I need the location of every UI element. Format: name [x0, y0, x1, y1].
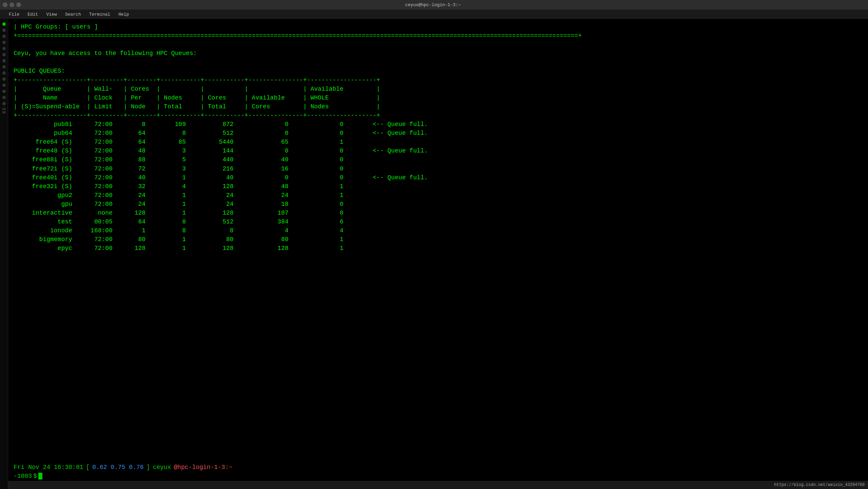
sidebar-icon-4[interactable] — [2, 47, 6, 50]
main-area: 1630 | HPC Groups: [ users ] +==========… — [0, 19, 868, 489]
load-close-bracket: ] — [146, 464, 150, 471]
sidebar-icon-0[interactable] — [2, 22, 6, 26]
window-controls[interactable] — [3, 2, 21, 7]
terminal-output: | HPC Groups: [ users ] +===============… — [8, 19, 868, 463]
prompt-symbol: $ — [33, 473, 37, 479]
terminal-text: | HPC Groups: [ users ] +===============… — [14, 22, 863, 253]
menu-edit[interactable]: Edit — [24, 11, 41, 18]
statusbar-url: https://blog.csdn.net/weixin_43294760 — [774, 483, 865, 487]
datetime-display: Fri Nov 24 16:30:01 — [14, 464, 83, 471]
status-bar: https://blog.csdn.net/weixin_43294760 — [8, 481, 868, 489]
sidebar-icon-12[interactable] — [2, 96, 6, 99]
menu-search[interactable]: Search — [62, 11, 84, 18]
menu-bar: File Edit View Search Terminal Help — [0, 10, 868, 19]
sidebar-icon-13[interactable] — [2, 102, 6, 105]
window-title: ceyux@hpc-login-1-3:~ — [21, 2, 845, 7]
terminal-window: ceyux@hpc-login-1-3:~ File Edit View Sea… — [0, 0, 868, 489]
menu-file[interactable]: File — [5, 11, 23, 18]
sidebar-icon-6[interactable] — [2, 59, 6, 62]
close-button[interactable] — [3, 2, 7, 7]
sidebar-icon-8[interactable] — [2, 71, 6, 75]
sidebar-icon-3[interactable] — [2, 41, 6, 44]
sidebar-icon-2[interactable] — [2, 35, 6, 38]
cursor-block[interactable] — [38, 473, 42, 479]
sidebar-icon-1[interactable] — [2, 29, 6, 32]
title-bar: ceyux@hpc-login-1-3:~ — [0, 0, 868, 10]
sidebar-icon-5[interactable] — [2, 53, 6, 56]
prompt-number: -1003 — [14, 473, 32, 479]
content-area: | HPC Groups: [ users ] +===============… — [8, 19, 868, 489]
maximize-button[interactable] — [16, 2, 21, 7]
bottom-status-bar: Fri Nov 24 16:30:01 [0.62 0.75 0.76] cey… — [8, 463, 868, 473]
load-open-bracket: [ — [86, 464, 90, 471]
sidebar-panel: 1630 — [0, 19, 8, 489]
sidebar-icon-11[interactable] — [2, 90, 6, 93]
menu-view[interactable]: View — [43, 11, 60, 18]
menu-help[interactable]: Help — [115, 11, 132, 18]
prompt-user: ceyux — [153, 464, 171, 471]
minimize-button[interactable] — [10, 2, 14, 7]
prompt-line: -1003 $ — [8, 473, 868, 481]
load-values: 0.62 0.75 0.76 — [92, 464, 144, 471]
menu-terminal[interactable]: Terminal — [86, 11, 113, 18]
sidebar-icon-10[interactable] — [2, 84, 6, 87]
prompt-at-host: @hpc-login-1-3:~ — [174, 464, 232, 471]
sidebar-icon-9[interactable] — [2, 77, 6, 81]
sidebar-numbers: 1630 — [1, 108, 7, 115]
sidebar-icon-7[interactable] — [2, 65, 6, 69]
